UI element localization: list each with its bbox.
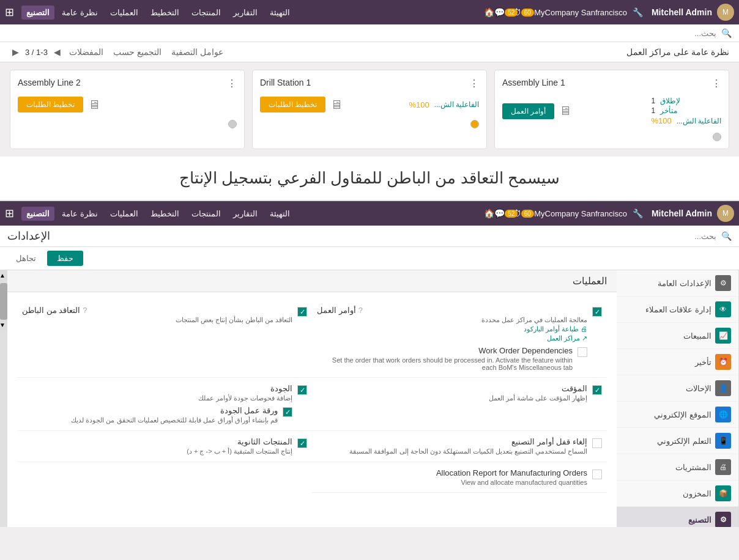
company-name: MyCompany Sanfrancisco: [534, 8, 627, 17]
group-btn[interactable]: التجميع حسب: [111, 46, 164, 58]
checkbox-byproducts[interactable]: ✓: [297, 438, 307, 448]
label-timer: المؤقت: [562, 384, 587, 393]
monitor-icon-ds1: 🖥: [330, 98, 343, 112]
help-icon-wo[interactable]: ?: [358, 306, 363, 315]
search-input[interactable]: [7, 29, 716, 38]
settings-icon-2[interactable]: 🔧: [632, 207, 644, 219]
section-header: العمليات: [7, 270, 617, 292]
settings-search-input[interactable]: [55, 232, 716, 241]
checkbox-allocation[interactable]: [592, 470, 602, 479]
nav2-planning[interactable]: التخطيط: [146, 207, 184, 221]
nav2-operations[interactable]: العمليات: [105, 207, 143, 221]
sidebar-label-elearning: التعلم الإلكتروني: [624, 437, 715, 446]
desc-wod: Set the order that work orders should be…: [317, 356, 573, 371]
nav2-products[interactable]: المنتجات: [187, 207, 226, 221]
activity-icon-2[interactable]: 🏠: [483, 207, 495, 219]
scroll-down-btn[interactable]: ▼: [0, 320, 7, 330]
checkbox-subcontracting[interactable]: ✓: [297, 307, 307, 317]
wc-link-late[interactable]: متأخر: [660, 106, 677, 115]
nav2-overview[interactable]: نظرة عامة: [57, 207, 103, 221]
label-wod: Work Order Dependencies: [478, 346, 573, 355]
wc-link-efficiency[interactable]: الفاعلية الش...: [677, 117, 721, 125]
purchases-icon: 🖨: [715, 459, 731, 475]
wc-menu-al2[interactable]: ⋮: [227, 78, 237, 89]
nav-item-manufacturing[interactable]: التصنيع: [21, 6, 54, 20]
chat-badge[interactable]: 52💬: [500, 6, 512, 18]
sales-icon: 📈: [715, 328, 731, 344]
sidebar-label-sales: المبيعات: [624, 331, 715, 341]
label-unlock-mo: إلغاء قفل أوامر التصنيع: [511, 437, 587, 446]
nav-item-reports[interactable]: التقارير: [228, 6, 262, 20]
discard-button[interactable]: تجاهل: [10, 251, 42, 266]
sidebar-label-manufacturing: التصنيع: [624, 515, 715, 525]
nav-item-config[interactable]: التهيئة: [265, 6, 295, 20]
help-icon-sub[interactable]: ?: [83, 306, 87, 315]
sidebar-item-referrals[interactable]: 👤 الإحالات: [617, 375, 738, 402]
wc-percent-al1: %100: [651, 116, 671, 125]
checkbox-quality[interactable]: ✓: [297, 385, 307, 395]
sidebar-item-manufacturing[interactable]: ⚙ التصنيع: [617, 507, 738, 527]
checkbox-unlock-mo[interactable]: [592, 438, 602, 448]
setting-quality: ✓ الجودة إضافة فحوصات جودة لأوامر عملك ✓…: [17, 378, 312, 431]
activity-icon[interactable]: 🏠: [483, 6, 495, 18]
link-barcode[interactable]: 🖨 طباعة أوامر الباركود: [317, 325, 587, 333]
sidebar-item-sales[interactable]: 📈 المبيعات: [617, 323, 738, 349]
sidebar-label-inventory: المخزون: [624, 489, 715, 498]
top-navbar: M Mitchell Admin 🔧 MyCompany Sanfrancisc…: [0, 0, 739, 24]
apps-grid-icon[interactable]: ⊞: [5, 6, 14, 19]
checkbox-work-orders[interactable]: ✓: [592, 307, 602, 317]
sidebar-label-website: الموقع الإلكتروني: [624, 410, 715, 419]
nav-item-products[interactable]: المنتجات: [187, 6, 226, 20]
sidebar-item-crm[interactable]: 👁 إدارة علاقات العملاء: [617, 297, 738, 323]
scroll-thumb[interactable]: [0, 283, 7, 320]
schedule-btn-al2[interactable]: تخطيط الطلبات: [18, 97, 83, 112]
wc-link-eff-ds1[interactable]: الفاعلية الش...: [434, 100, 479, 109]
nav2-reports[interactable]: التقارير: [228, 207, 262, 221]
wc-num-launch: 1: [651, 97, 655, 105]
sidebar-item-inventory[interactable]: 📦 المخزون: [617, 481, 738, 507]
prev-btn[interactable]: ◀: [51, 46, 63, 58]
wc-link-launch[interactable]: لإطلاق: [660, 97, 680, 105]
checkbox-wod[interactable]: [577, 347, 587, 357]
wc-menu-al1[interactable]: ⋮: [711, 78, 721, 89]
wc-menu-ds1[interactable]: ⋮: [469, 78, 479, 89]
link-work-centers[interactable]: ↗ مراكز العمل: [317, 334, 587, 342]
scroll-up-btn[interactable]: ▲: [0, 270, 7, 281]
nav2-config[interactable]: التهيئة: [265, 207, 295, 221]
checkbox-timer[interactable]: ✓: [592, 385, 602, 395]
timer-badge-2[interactable]: 60⏱: [517, 207, 529, 219]
apps-grid-icon-2[interactable]: ⊞: [5, 207, 14, 220]
schedule-btn-ds1[interactable]: تخطيط الطلبات: [260, 97, 325, 112]
settings-icon[interactable]: 🔧: [632, 6, 644, 18]
sidebar-item-purchases[interactable]: 🖨 المشتريات: [617, 454, 738, 481]
search-icon-2: 🔍: [721, 231, 732, 241]
orders-btn-al1[interactable]: أوامر العمل: [502, 103, 554, 119]
checkbox-quality-sheet[interactable]: ✓: [283, 407, 292, 417]
save-button[interactable]: حفظ: [47, 251, 83, 266]
filter-btn[interactable]: عوامل التصفية: [169, 46, 226, 58]
nav2-manufacturing[interactable]: التصنيع: [21, 207, 54, 221]
desc-allocation: View and allocate manufactured quantitie…: [317, 479, 587, 486]
sidebar-item-elearning[interactable]: 📱 التعلم الإلكتروني: [617, 428, 738, 454]
nav-item-planning[interactable]: التخطيط: [146, 6, 184, 20]
settings-actions-bar: حفظ تجاهل: [0, 247, 739, 270]
top-search-bar: 🔍: [0, 24, 739, 42]
setting-work-orders: ✓ ? أوامر العمل معالجة العمليات في مراكز…: [312, 300, 607, 378]
nav-item-operations[interactable]: العمليات: [105, 6, 143, 20]
sidebar-item-delay[interactable]: ⏰ تأخير: [617, 349, 738, 375]
chat-badge-2[interactable]: 52💬: [500, 207, 512, 219]
fav-btn[interactable]: المفضلات: [67, 46, 106, 58]
wc-title-al2: Assembly Line 2: [18, 78, 81, 87]
popup-text: سيسمح التعاقد من الباطن للمقاول الفرعي ب…: [10, 169, 729, 188]
status-circle-al2: [228, 120, 237, 128]
label-subcontracting: التعاقد من الباطن: [22, 306, 80, 315]
sidebar-item-website[interactable]: 🌐 الموقع الإلكتروني: [617, 402, 738, 428]
next-btn[interactable]: ▶: [10, 46, 21, 58]
breadcrumb-title: نظرة عامة على مراكز العمل: [626, 47, 729, 57]
nav-item-overview[interactable]: نظرة عامة: [57, 6, 103, 20]
referrals-icon: 👤: [715, 380, 731, 396]
wc-num-late: 1: [651, 106, 655, 115]
scroll-indicator[interactable]: ▲ ▼: [0, 270, 7, 527]
sidebar-item-general[interactable]: ⚙ الإعدادات العامة: [617, 270, 738, 297]
timer-badge[interactable]: 60⏱: [517, 6, 529, 18]
